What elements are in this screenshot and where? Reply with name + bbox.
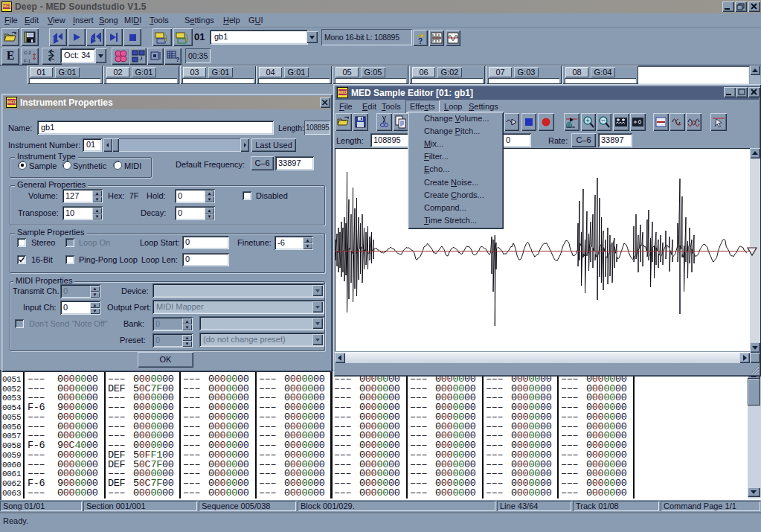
svg-text:?: ?	[418, 37, 423, 45]
svg-text:?: ?	[176, 56, 180, 63]
svg-text:C-2: C-2	[24, 51, 31, 55]
svg-text:F-1: F-1	[24, 59, 31, 63]
